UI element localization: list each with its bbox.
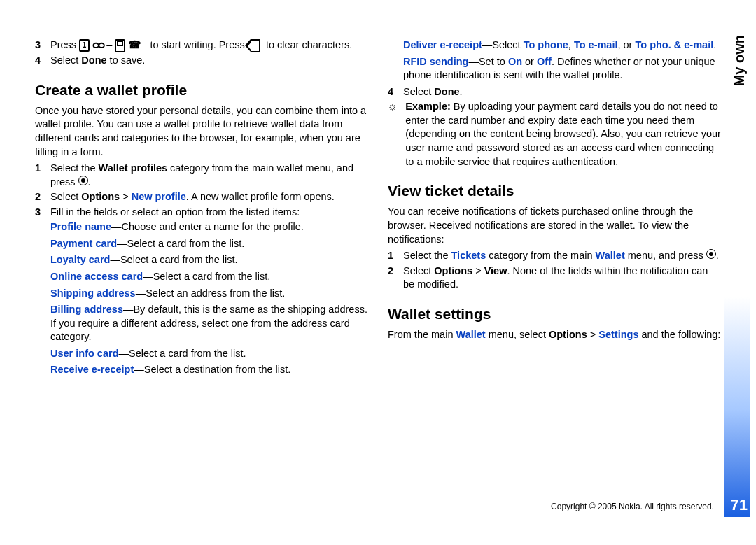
step-number: 1 (35, 162, 45, 189)
text: —Select an address from the list. (136, 288, 286, 299)
heading-create-wallet-profile: Create a wallet profile (35, 80, 368, 100)
ui-label-done: Done (434, 86, 459, 97)
right-column: Deliver e-receipt—Select To phone, To e-… (388, 38, 735, 517)
option-off: Off (537, 56, 552, 67)
text: Select (403, 86, 434, 97)
field-billing-address: Billing address (50, 304, 123, 315)
tip-icon (388, 100, 400, 169)
step-number: 2 (388, 264, 398, 292)
field-payment-card: Payment card (50, 238, 117, 249)
step-number: 4 (388, 85, 398, 99)
text: —Set to (468, 56, 507, 67)
text: —Select a card from the list. (143, 271, 270, 282)
ui-label-options: Options (434, 265, 472, 276)
step-number: 1 (388, 249, 398, 263)
ui-label-settings: Settings (598, 329, 638, 340)
ui-label-options: Options (549, 329, 587, 340)
ui-label-done: Done (81, 55, 106, 66)
step-number: 3 (35, 38, 45, 52)
text: Select the (50, 162, 99, 174)
text: Fill in the fields or select an option f… (50, 206, 368, 220)
field-online-access-card: Online access card (50, 271, 143, 282)
heading-view-ticket-details: View ticket details (388, 181, 721, 201)
step-number: 2 (35, 190, 45, 204)
text: to clear characters. (266, 39, 352, 50)
text: category from the main (486, 250, 595, 261)
key-1-icon: 1 (79, 39, 90, 52)
text: —Select a card from the list. (117, 238, 244, 249)
ui-label-tickets: Tickets (451, 250, 486, 261)
heading-wallet-settings: Wallet settings (388, 304, 721, 324)
text: —Select a destination from the list. (134, 364, 290, 375)
step-number: 4 (35, 54, 45, 68)
field-deliver-e-receipt: Deliver e-receipt (403, 39, 482, 50)
text: —Select (482, 39, 524, 50)
left-column: 3 Press 1 ᴑᴑ – ☎ to start writing. Press… (35, 38, 368, 517)
text: menu, select (486, 329, 549, 340)
ui-label-wallet-profiles: Wallet profiles (99, 162, 168, 174)
text: Select (50, 55, 81, 66)
option-to-phone: To phone (524, 39, 568, 50)
option-to-phone-and-email: To pho. & e-mail (635, 39, 713, 50)
text: to start writing. Press (150, 39, 244, 50)
ui-label-view: View (484, 265, 507, 276)
text: Select (50, 191, 81, 202)
field-rfid-sending: RFID sending (403, 56, 468, 67)
text: —Select a card from the list. (119, 348, 246, 359)
spiral-icon: ☎ (128, 38, 141, 52)
phone-key-icon (115, 39, 125, 52)
field-loyalty-card: Loyalty card (50, 254, 110, 265)
text: to save. (107, 55, 146, 66)
field-profile-name: Profile name (50, 221, 111, 232)
tape-icon: ᴑᴑ (92, 38, 104, 52)
field-shipping-address: Shipping address (50, 288, 136, 299)
field-user-info-card: User info card (50, 348, 119, 359)
text: Press (50, 39, 76, 50)
text: From the main (388, 329, 456, 340)
option-on: On (508, 56, 522, 67)
link-new-profile[interactable]: New profile (132, 191, 186, 202)
example-label: Example: (405, 101, 450, 112)
text: Select the (403, 250, 451, 261)
ui-label-wallet: Wallet (456, 329, 486, 340)
paragraph: You can receive notifications of tickets… (388, 205, 721, 246)
text: . A new wallet profile form opens. (186, 191, 335, 202)
nav-key-icon (706, 249, 716, 259)
text: —Choose and enter a name for the profile… (111, 221, 304, 232)
ui-label-wallet: Wallet (596, 250, 625, 261)
step-number: 3 (35, 206, 45, 220)
text: Select (403, 265, 434, 276)
text: menu, and press (625, 250, 706, 261)
ui-label-options: Options (81, 191, 120, 202)
nav-key-icon (78, 176, 88, 185)
text: and the following: (638, 329, 720, 340)
option-to-email: To e-mail (574, 39, 618, 50)
text: By uploading your payment card details y… (405, 101, 721, 167)
field-receive-e-receipt: Receive e-receipt (50, 364, 134, 375)
clear-key-icon (251, 39, 260, 52)
paragraph: Once you have stored your personal detai… (35, 104, 368, 159)
text: —Select a card from the list. (110, 254, 237, 265)
